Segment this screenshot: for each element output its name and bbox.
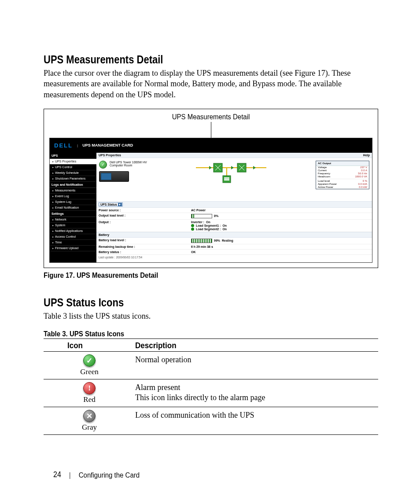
- icon-color-label: Gray: [82, 423, 97, 432]
- icon-color-label: Red: [83, 395, 95, 404]
- row-output: Output : Inverter : On Load Segment1 : O…: [96, 220, 372, 232]
- device-room: Computer Room: [110, 164, 147, 167]
- sidebar-item-notified-apps[interactable]: Notified Applications: [50, 228, 96, 234]
- sidebar-group-settings: Settings: [50, 211, 96, 217]
- measurements-heading: UPS Measurements Detail: [44, 53, 378, 66]
- dell-logo: DELL: [54, 142, 73, 149]
- svg-rect-8: [224, 177, 229, 179]
- device-image: [99, 171, 129, 182]
- sidebar-item-network[interactable]: Network: [50, 217, 96, 223]
- sidebar-item-firmware-upload[interactable]: Firmware Upload: [50, 246, 96, 251]
- svg-marker-3: [253, 166, 256, 169]
- ups-status-selector-row: UPS Status: [96, 201, 372, 208]
- content-title: UPS Properties: [99, 154, 121, 157]
- output-label: Output :: [96, 220, 189, 232]
- sidebar-item-measurements[interactable]: Measurements: [50, 188, 96, 194]
- ups-status-select[interactable]: UPS Status: [99, 202, 123, 206]
- output-load-value: 0%: [214, 214, 218, 217]
- screenshot: DELL | UPS MANAGEMENT CARD UPS UPS Prope…: [49, 138, 372, 263]
- row-output-load: Output load level : 0%: [96, 213, 372, 220]
- sidebar-item-time[interactable]: Time: [50, 240, 96, 246]
- desc-text: Normal operation: [135, 355, 378, 364]
- content-area: UPS Properties Help ✓ Dell UPS Tower 100…: [96, 153, 372, 262]
- power-flow-diagram[interactable]: [151, 161, 311, 185]
- red-alert-icon: !: [83, 382, 96, 394]
- screenshot-header: DELL | UPS MANAGEMENT CARD: [50, 138, 372, 153]
- sidebar-group-ups: UPS: [50, 153, 96, 159]
- top-zone: ✓ Dell UPS Tower 1000W HV Computer Room: [96, 158, 372, 201]
- remaining-label: Remaining backup time :: [96, 244, 189, 249]
- table-row: ✕ Gray Loss of communication with the UP…: [44, 407, 378, 435]
- svg-rect-9: [224, 179, 229, 180]
- sidebar-item-ups-properties[interactable]: UPS Properties: [50, 159, 96, 165]
- help-link[interactable]: Help: [363, 154, 370, 157]
- output-load-label: Output load level :: [96, 213, 189, 219]
- footer-separator: |: [69, 471, 71, 479]
- battery-status-value: OK: [191, 250, 196, 254]
- sidebar-item-ups-control[interactable]: UPS Control: [50, 165, 96, 170]
- sidebar-item-email-notification[interactable]: Email Notification: [50, 205, 96, 211]
- figure-17-caption: Figure 17. UPS Measurements Detail: [44, 271, 378, 280]
- sidebar-item-system[interactable]: System: [50, 223, 96, 228]
- page-number: 24: [53, 470, 61, 479]
- callout-leader-line: [211, 122, 211, 138]
- figure-17-container: UPS Measurements Detail DELL | UPS MANAG…: [44, 109, 378, 268]
- measurements-paragraph: Place the cursor over the diagram to dis…: [44, 68, 378, 100]
- desc-text: This icon links directly to the alarm pa…: [135, 393, 378, 402]
- sidebar-item-event-log[interactable]: Event Log: [50, 194, 96, 199]
- product-name: UPS MANAGEMENT CARD: [82, 143, 133, 147]
- page-footer: 24 | Configuring the Card: [44, 470, 378, 479]
- desc-text: Alarm present: [135, 383, 378, 392]
- battery-load-value: 99%: [214, 239, 220, 242]
- svg-marker-1: [209, 166, 212, 169]
- power-source-value: AC Power: [191, 209, 206, 212]
- header-separator: |: [77, 143, 78, 147]
- measurements-tooltip: AC Output Voltage237 V Current0.0 A Freq…: [316, 161, 369, 189]
- status-icons-table: Icon Description ✓ Green Normal operatio…: [44, 338, 378, 435]
- th-icon: Icon: [44, 338, 135, 352]
- status-dot-icon: [191, 224, 194, 227]
- row-remaining: Remaining backup time : 6 h 29 min 38 s: [96, 244, 372, 250]
- row-battery-status: Battery status : OK: [96, 250, 372, 255]
- gray-x-icon: ✕: [83, 410, 96, 422]
- sidebar-item-access-control[interactable]: Access Control: [50, 234, 96, 240]
- th-description: Description: [135, 338, 378, 352]
- battery-status-label: Battery status :: [96, 250, 189, 254]
- svg-marker-2: [231, 166, 234, 169]
- sidebar-item-system-log[interactable]: System Log: [50, 199, 96, 205]
- power-source-label: Power source :: [96, 208, 189, 213]
- green-check-icon: ✓: [83, 354, 96, 367]
- sidebar-item-shutdown-params[interactable]: Shutdown Parameters: [50, 176, 96, 182]
- table-row: ! Red Alarm present This icon links dire…: [44, 379, 378, 407]
- footer-section: Configuring the Card: [79, 471, 140, 479]
- status-icons-heading: UPS Status Icons: [44, 296, 378, 309]
- status-icons-paragraph: Table 3 lists the UPS status icons.: [44, 311, 378, 321]
- output-load-bar: [191, 214, 212, 218]
- battery-load-bar: [191, 239, 212, 243]
- content-title-row: UPS Properties Help: [96, 153, 372, 158]
- battery-load-label: Battery load level :: [96, 238, 189, 244]
- figure-callout: UPS Measurements Detail: [48, 112, 374, 122]
- tooltip-title: AC Output: [316, 161, 369, 166]
- device-name: Dell UPS Tower 1000W HV: [110, 161, 147, 164]
- sidebar-group-logs: Logs and Notification: [50, 182, 96, 188]
- last-update: Last update : 2009/06/03 10:17:54: [96, 255, 372, 262]
- status-ok-icon: ✓: [99, 161, 107, 169]
- battery-section-head: Battery: [96, 232, 372, 238]
- status-dot-icon: [191, 228, 194, 231]
- row-power-source: Power source : AC Power: [96, 208, 372, 213]
- icon-color-label: Green: [80, 368, 99, 376]
- battery-load-state: Resting: [222, 239, 233, 242]
- table-3-caption: Table 3. UPS Status Icons: [44, 329, 378, 338]
- row-battery-load: Battery load level : 99% Resting: [96, 238, 372, 244]
- sidebar: UPS UPS Properties UPS Control Weekly Sc…: [50, 153, 96, 262]
- sidebar-item-weekly-schedule[interactable]: Weekly Schedule: [50, 170, 96, 176]
- table-row: ✓ Green Normal operation: [44, 352, 378, 379]
- remaining-value: 6 h 29 min 38 s: [191, 245, 213, 248]
- desc-text: Loss of communication with the UPS: [135, 411, 378, 420]
